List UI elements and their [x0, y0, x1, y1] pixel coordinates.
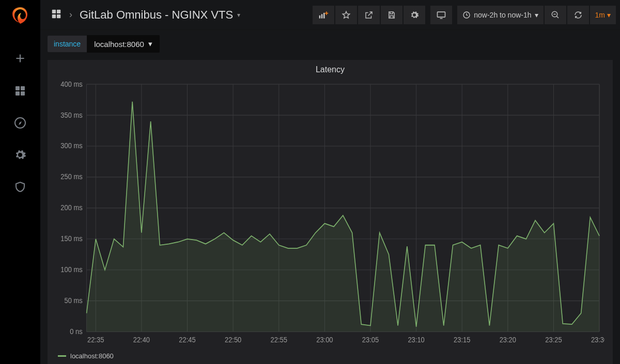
refresh-interval-button[interactable]: 1m ▾ — [590, 6, 616, 24]
svg-rect-7 — [52, 14, 56, 18]
svg-rect-10 — [321, 14, 323, 18]
time-range-button[interactable]: now-2h to now-1h ▾ — [457, 6, 543, 24]
svg-text:300 ms: 300 ms — [60, 142, 82, 150]
svg-text:22:50: 22:50 — [225, 336, 242, 344]
variable-value-text: localhost:8060 — [94, 40, 144, 49]
svg-text:23:30: 23:30 — [591, 336, 605, 344]
svg-text:22:45: 22:45 — [179, 336, 196, 344]
dashboards-icon[interactable] — [14, 85, 26, 99]
svg-text:150 ms: 150 ms — [60, 235, 82, 243]
svg-text:22:35: 22:35 — [87, 336, 104, 344]
svg-text:23:05: 23:05 — [362, 336, 379, 344]
chevron-down-icon: ▾ — [607, 11, 611, 19]
chart-area[interactable]: 0 ns50 ms100 ms150 ms200 ms250 ms300 ms3… — [56, 78, 605, 349]
svg-text:22:40: 22:40 — [133, 336, 150, 344]
svg-text:250 ms: 250 ms — [60, 173, 82, 181]
variable-row: instance localhost:8060 ▾ — [40, 30, 620, 58]
app-sidebar — [0, 0, 40, 364]
share-button[interactable] — [358, 6, 380, 24]
svg-text:23:25: 23:25 — [545, 336, 562, 344]
breadcrumb-chevron-icon: › — [69, 9, 72, 20]
grafana-logo-icon[interactable] — [11, 6, 29, 27]
svg-text:200 ms: 200 ms — [60, 204, 82, 212]
svg-rect-8 — [57, 14, 60, 18]
zoom-out-button[interactable] — [545, 6, 566, 24]
svg-rect-1 — [21, 86, 25, 90]
svg-text:0 ns: 0 ns — [70, 327, 83, 336]
legend-swatch — [58, 355, 66, 357]
variable-value-dropdown[interactable]: localhost:8060 ▾ — [87, 35, 160, 53]
svg-text:50 ms: 50 ms — [64, 296, 82, 305]
add-panel-button[interactable] — [313, 6, 334, 24]
settings-button[interactable] — [404, 6, 425, 24]
main-content: › GitLab Omnibus - NGINX VTS ▾ — [40, 0, 620, 364]
panel-title: Latency — [56, 65, 605, 74]
shield-icon[interactable] — [14, 181, 26, 195]
chevron-down-icon: ▾ — [535, 11, 538, 19]
refresh-button[interactable] — [567, 6, 589, 24]
explore-icon[interactable] — [14, 117, 26, 131]
legend-label: localhost:8060 — [70, 352, 114, 360]
gear-icon[interactable] — [14, 149, 26, 163]
cycle-view-button[interactable] — [430, 6, 452, 24]
plus-icon[interactable] — [13, 52, 27, 67]
svg-text:350 ms: 350 ms — [60, 111, 82, 119]
svg-text:23:15: 23:15 — [454, 336, 471, 344]
svg-rect-13 — [325, 12, 329, 13]
refresh-interval-text: 1m — [595, 11, 605, 19]
svg-text:22:55: 22:55 — [271, 336, 288, 344]
svg-rect-9 — [319, 15, 321, 18]
dashboard-title[interactable]: GitLab Omnibus - NGINX VTS ▾ — [80, 8, 240, 22]
chart-legend[interactable]: localhost:8060 — [56, 349, 605, 360]
dashboard-title-text: GitLab Omnibus - NGINX VTS — [80, 8, 233, 22]
dashboards-nav-icon[interactable] — [51, 8, 62, 22]
svg-text:100 ms: 100 ms — [60, 265, 82, 274]
svg-rect-0 — [16, 86, 20, 90]
svg-rect-2 — [16, 91, 20, 96]
toolbar-group-1 — [313, 6, 425, 24]
svg-text:23:00: 23:00 — [316, 336, 333, 344]
svg-rect-3 — [21, 91, 25, 96]
svg-text:400 ms: 400 ms — [60, 80, 82, 88]
svg-text:23:10: 23:10 — [408, 336, 425, 344]
toolbar-group-2 — [430, 6, 452, 24]
svg-rect-5 — [52, 9, 56, 13]
svg-rect-11 — [323, 12, 325, 18]
chevron-down-icon: ▾ — [237, 11, 240, 19]
save-button[interactable] — [381, 6, 402, 24]
variable-label: instance — [48, 36, 87, 52]
time-range-text: now-2h to now-1h — [474, 11, 531, 19]
svg-rect-14 — [438, 12, 445, 17]
topbar: › GitLab Omnibus - NGINX VTS ▾ — [40, 0, 620, 30]
svg-rect-6 — [57, 9, 60, 13]
svg-text:23:20: 23:20 — [500, 336, 517, 344]
toolbar-group-time: now-2h to now-1h ▾ 1m ▾ — [457, 6, 616, 24]
latency-panel: Latency 0 ns50 ms100 ms150 ms200 ms250 m… — [48, 60, 613, 364]
star-button[interactable] — [335, 6, 357, 24]
chevron-down-icon: ▾ — [148, 39, 152, 49]
